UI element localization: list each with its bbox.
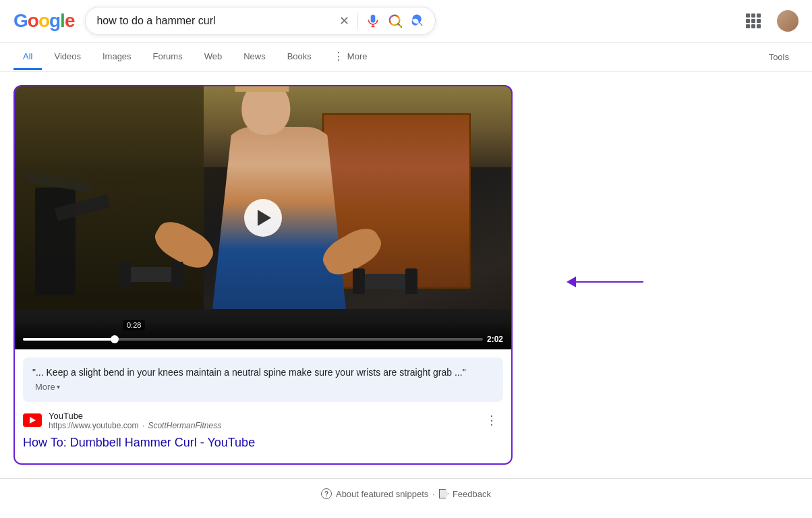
tab-forums[interactable]: Forums (144, 45, 192, 70)
video-duration: 2:02 (487, 335, 503, 344)
result-title-link[interactable]: How To: Dumbbell Hammer Curl - YouTube (15, 433, 511, 453)
search-input[interactable] (96, 15, 332, 27)
progress-track[interactable] (23, 338, 483, 341)
video-controls: 0:28 2:02 (15, 321, 511, 349)
person-hair (235, 86, 289, 92)
clear-button[interactable]: ✕ (339, 13, 349, 28)
right-panel (540, 85, 799, 478)
lens-search-button[interactable] (388, 13, 403, 28)
arrow-indicator (567, 277, 643, 287)
help-icon: ? (321, 488, 332, 499)
progress-bar-wrapper: 2:02 (23, 335, 503, 344)
flag-icon (439, 489, 448, 498)
search-icon (411, 14, 424, 28)
tab-books[interactable]: Books (278, 45, 321, 70)
search-bar: ✕ (85, 7, 436, 35)
nav-tabs: All Videos Images Forums Web News Books … (0, 42, 812, 71)
voice-search-button[interactable] (366, 14, 380, 28)
svg-line-1 (399, 24, 402, 27)
tab-videos[interactable]: Videos (45, 45, 90, 70)
about-featured-snippets-link[interactable]: About featured snippets (336, 489, 428, 499)
feedback-link[interactable]: Feedback (453, 489, 491, 499)
arrow-line (576, 281, 643, 283)
more-button[interactable]: More ▾ (35, 380, 60, 394)
site-name: ScottHermanFitness (148, 421, 221, 430)
source-row: YouTube https://www.youtube.com · ScottH… (15, 407, 511, 433)
source-options-button[interactable]: ⋮ (480, 410, 503, 430)
page-footer: ? About featured snippets · Feedback (0, 478, 812, 509)
apps-grid-button[interactable] (746, 13, 761, 28)
featured-snippet-card: 0:28 2:02 "... Keep a slight bend in you… (13, 85, 513, 465)
mic-icon (366, 14, 380, 28)
progress-thumb (111, 335, 119, 343)
search-button[interactable] (411, 14, 424, 28)
arrow-head-icon (567, 277, 576, 287)
play-button[interactable] (244, 199, 282, 237)
tab-web[interactable]: Web (195, 45, 232, 70)
caption-text: "... Keep a slight bend in your knees ma… (32, 367, 466, 378)
results-column: 0:28 2:02 "... Keep a slight bend in you… (13, 85, 540, 478)
search-icons: ✕ (339, 13, 424, 29)
tab-images[interactable]: Images (93, 45, 141, 70)
tab-tools[interactable]: Tools (759, 45, 799, 69)
video-container[interactable]: 0:28 2:02 (15, 86, 511, 349)
avatar[interactable] (777, 10, 799, 32)
dumbbell-left (124, 267, 178, 282)
youtube-play-icon (30, 417, 36, 424)
play-triangle-icon (258, 210, 271, 226)
tab-more[interactable]: ⋮ More (324, 43, 377, 71)
person-head (241, 86, 290, 135)
tab-news[interactable]: News (234, 45, 275, 70)
main-content: 0:28 2:02 "... Keep a slight bend in you… (0, 71, 812, 478)
source-info: YouTube https://www.youtube.com · ScottH… (49, 411, 221, 430)
google-logo[interactable]: Google (13, 10, 74, 32)
youtube-icon (23, 413, 42, 427)
tab-all[interactable]: All (13, 45, 42, 70)
progress-fill (23, 338, 115, 341)
caption-box: "... Keep a slight bend in your knees ma… (23, 357, 503, 402)
chevron-down-icon: ▾ (57, 382, 60, 392)
header: Google ✕ (0, 0, 812, 42)
dumbbell-right (358, 274, 412, 289)
source-name: YouTube (49, 411, 221, 421)
footer-separator: · (432, 489, 435, 499)
lens-icon (388, 13, 403, 28)
time-tooltip: 0:28 (123, 320, 145, 330)
source-url: https://www.youtube.com · ScottHermanFit… (49, 421, 221, 430)
